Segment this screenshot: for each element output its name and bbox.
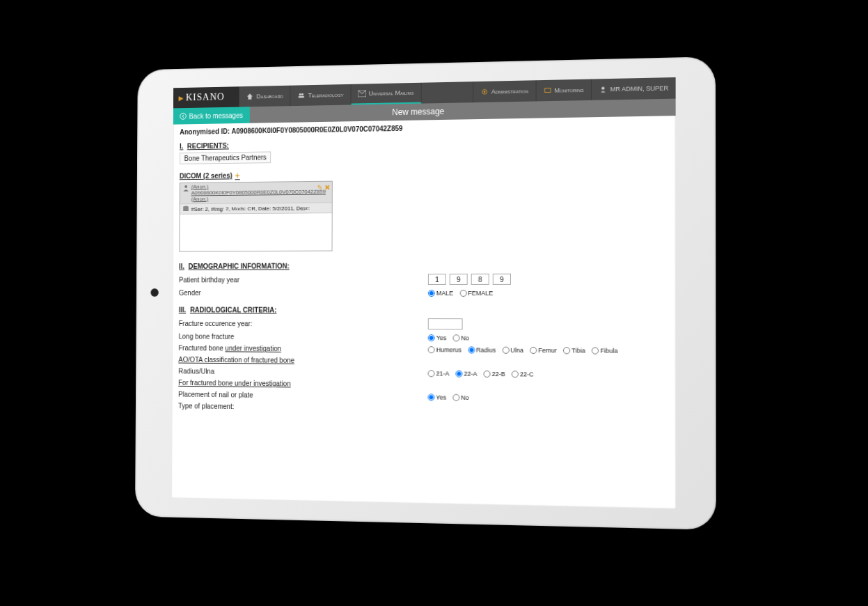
database-icon bbox=[182, 205, 189, 212]
label-fracture-year: Fracture occurence year: bbox=[179, 320, 428, 328]
recipient-chip[interactable]: Bone Therapeutics Partners bbox=[180, 151, 271, 164]
nav-administration[interactable]: Administration bbox=[473, 80, 535, 102]
svg-rect-11 bbox=[183, 207, 189, 211]
radio-placement-yes[interactable]: Yes bbox=[428, 394, 447, 401]
brand-logo: ▸ KISANO bbox=[173, 86, 239, 108]
row-radius-ulna: Radius/Ulna 21-A22-A22-B22-C bbox=[178, 368, 668, 380]
radio-bone-ulna[interactable]: Ulna bbox=[502, 347, 523, 354]
label-type-placement: Type of placement: bbox=[178, 403, 427, 413]
logo-arrow-icon: ▸ bbox=[179, 92, 185, 104]
section-recipients-heading: I.RECIPIENTS: bbox=[180, 135, 668, 150]
dicom-patient-link[interactable]: (Anon.) A0908600K0I0F0Y0805000R0E0Z0L0V0… bbox=[191, 183, 326, 203]
svg-point-0 bbox=[299, 93, 301, 95]
svg-point-9 bbox=[184, 185, 187, 188]
radio-gender-male[interactable]: MALE bbox=[428, 290, 453, 297]
add-dicom-icon[interactable]: + bbox=[235, 171, 239, 181]
ao-radio-group: 21-A22-A22-B22-C bbox=[428, 370, 538, 378]
label-birth-year: Patient birthday year bbox=[179, 276, 428, 283]
section-demographic-heading: II.DEMOGRAPHIC INFORMATION: bbox=[179, 261, 668, 270]
form-content: Anonymised ID: A0908600K0I0F0Y0805000R0E… bbox=[172, 116, 676, 424]
radio-bone-femur[interactable]: Femur bbox=[530, 347, 557, 354]
people-icon bbox=[297, 92, 306, 99]
label-ao-classification: AO/OTA classification of fractured bone bbox=[178, 356, 668, 367]
dicom-heading: DICOM (2 series) + bbox=[180, 165, 669, 181]
svg-rect-2 bbox=[299, 96, 304, 98]
tablet-frame: ▸ KISANO Dashboard Teleradiology Univers… bbox=[135, 56, 716, 530]
row-birth-year: Patient birthday year 1 9 8 9 bbox=[179, 274, 668, 286]
birth-digit-4[interactable]: 9 bbox=[493, 274, 511, 285]
row-gender: Gender MALE FEMALE bbox=[179, 289, 669, 297]
nav-user[interactable]: MR ADMIN, SUPER bbox=[591, 77, 676, 100]
svg-rect-6 bbox=[544, 88, 550, 93]
dicom-meta-text: #Ser: 2, #Img: 2, Mods: CR, Date: 5/2/20… bbox=[191, 205, 310, 212]
row-fracture-year: Fracture occurence year: bbox=[179, 318, 669, 330]
page-title: New message bbox=[392, 107, 444, 117]
label-gender: Gender bbox=[179, 289, 428, 297]
home-icon bbox=[246, 93, 253, 100]
user-icon bbox=[599, 86, 607, 93]
birth-digit-3[interactable]: 8 bbox=[471, 274, 489, 285]
row-type-placement: Type of placement: bbox=[178, 403, 669, 416]
label-fractured-bone: Fractured bone under investigation bbox=[178, 345, 427, 354]
birth-digit-1[interactable]: 1 bbox=[428, 274, 446, 285]
edit-dicom-icon[interactable]: ✎ bbox=[317, 184, 322, 192]
svg-point-7 bbox=[601, 87, 604, 90]
row-placement: Placement of nail or plate Yes No bbox=[178, 391, 668, 403]
dicom-series-box: ✎ ✖ (Anon.) A0908600K0I0F0Y0805000R0E0Z0… bbox=[179, 181, 333, 252]
row-fractured-bone: Fractured bone under investigation Humer… bbox=[178, 345, 668, 355]
row-long-bone: Long bone fracture Yes No bbox=[179, 333, 669, 343]
section-radiological-heading: III.RADIOLOGICAL CRITERIA: bbox=[179, 306, 669, 315]
svg-point-5 bbox=[484, 91, 486, 93]
gear-icon bbox=[480, 88, 489, 95]
nav-monitoring[interactable]: Monitoring bbox=[535, 79, 591, 102]
back-arrow-icon bbox=[180, 113, 186, 120]
label-long-bone: Long bone fracture bbox=[179, 333, 428, 342]
nav-dashboard[interactable]: Dashboard bbox=[239, 86, 291, 107]
bone-radio-group: HumerusRadiusUlnaFemurTibiaFibula bbox=[428, 346, 622, 355]
radio-bone-humerus[interactable]: Humerus bbox=[428, 346, 461, 353]
brand-text: KISANO bbox=[186, 92, 225, 104]
nav-teleradiology[interactable]: Teleradiology bbox=[290, 84, 351, 106]
home-button[interactable] bbox=[150, 288, 158, 297]
label-for-fractured: For fractured bone under investigation bbox=[178, 379, 668, 391]
svg-point-1 bbox=[301, 93, 303, 95]
input-fracture-year[interactable] bbox=[428, 318, 463, 329]
radio-ao-21-a[interactable]: 21-A bbox=[428, 370, 450, 377]
radio-longbone-yes[interactable]: Yes bbox=[428, 334, 447, 341]
label-placement: Placement of nail or plate bbox=[178, 391, 427, 401]
radio-placement-no[interactable]: No bbox=[452, 394, 469, 401]
person-icon bbox=[182, 185, 189, 192]
radio-bone-tibia[interactable]: Tibia bbox=[563, 347, 585, 354]
svg-point-8 bbox=[180, 113, 187, 119]
radio-ao-22-a[interactable]: 22-A bbox=[455, 370, 477, 377]
radio-gender-female[interactable]: FEMALE bbox=[459, 290, 493, 297]
radio-ao-22-b[interactable]: 22-B bbox=[484, 371, 505, 378]
monitor-icon bbox=[543, 87, 551, 94]
app-screen: ▸ KISANO Dashboard Teleradiology Univers… bbox=[171, 77, 676, 509]
radio-bone-radius[interactable]: Radius bbox=[468, 346, 496, 353]
dicom-description-area[interactable] bbox=[180, 213, 332, 251]
radio-longbone-no[interactable]: No bbox=[452, 334, 469, 341]
birth-year-digits: 1 9 8 9 bbox=[428, 274, 512, 285]
nav-universal-mailing[interactable]: Universal Mailing bbox=[351, 83, 421, 105]
radio-ao-22-c[interactable]: 22-C bbox=[512, 371, 534, 378]
remove-dicom-icon[interactable]: ✖ bbox=[324, 184, 330, 192]
birth-digit-2[interactable]: 9 bbox=[450, 274, 468, 285]
back-to-messages-button[interactable]: Back to messages bbox=[173, 107, 250, 124]
radio-bone-fibula[interactable]: Fibula bbox=[592, 347, 618, 354]
label-radius-ulna: Radius/Ulna bbox=[178, 368, 427, 378]
mail-icon bbox=[358, 90, 366, 97]
